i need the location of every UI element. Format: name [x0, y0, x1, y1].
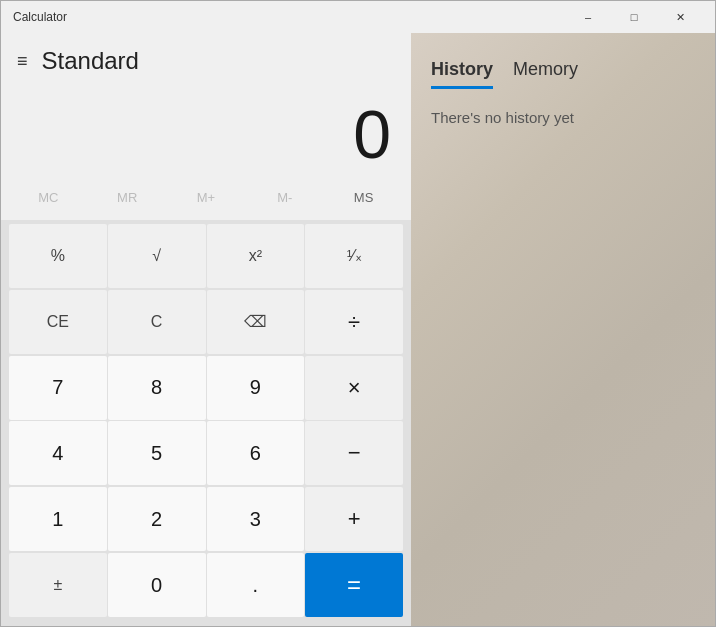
- window-title: Calculator: [13, 10, 565, 24]
- subtract-button[interactable]: −: [305, 421, 403, 485]
- memory-store-button[interactable]: MS: [324, 180, 403, 216]
- zero-button[interactable]: 0: [108, 553, 206, 617]
- memory-minus-button[interactable]: M-: [245, 180, 324, 216]
- backspace-button[interactable]: ⌫: [207, 290, 305, 354]
- add-button[interactable]: +: [305, 487, 403, 551]
- square-button[interactable]: x²: [207, 224, 305, 288]
- buttons-grid: % √ x² ¹∕ₓ CE C ⌫ ÷ 7 8 9 × 4 5 6 −: [1, 220, 411, 626]
- sqrt-button[interactable]: √: [108, 224, 206, 288]
- memory-clear-button[interactable]: MC: [9, 180, 88, 216]
- clear-button[interactable]: C: [108, 290, 206, 354]
- equals-button[interactable]: =: [305, 553, 403, 617]
- tab-history[interactable]: History: [431, 59, 493, 89]
- no-history-text: There's no history yet: [431, 109, 574, 126]
- right-panel: History Memory There's no history yet: [411, 33, 715, 626]
- tab-memory[interactable]: Memory: [513, 59, 578, 89]
- two-button[interactable]: 2: [108, 487, 206, 551]
- five-button[interactable]: 5: [108, 421, 206, 485]
- calc-header: ≡ Standard: [1, 33, 411, 89]
- seven-button[interactable]: 7: [9, 356, 107, 420]
- close-button[interactable]: ✕: [657, 1, 703, 33]
- memory-recall-button[interactable]: MR: [88, 180, 167, 216]
- one-button[interactable]: 1: [9, 487, 107, 551]
- calculator-window: Calculator – □ ✕ ≡ Standard 0 MC MR M+ M…: [0, 0, 716, 627]
- three-button[interactable]: 3: [207, 487, 305, 551]
- display-area: 0: [1, 89, 411, 176]
- divide-button[interactable]: ÷: [305, 290, 403, 354]
- main-content: ≡ Standard 0 MC MR M+ M- MS % √ x² ¹∕ₓ: [1, 33, 715, 626]
- reciprocal-button[interactable]: ¹∕ₓ: [305, 224, 403, 288]
- hamburger-icon[interactable]: ≡: [17, 51, 28, 72]
- window-controls: – □ ✕: [565, 1, 703, 33]
- multiply-button[interactable]: ×: [305, 356, 403, 420]
- eight-button[interactable]: 8: [108, 356, 206, 420]
- decimal-button[interactable]: .: [207, 553, 305, 617]
- six-button[interactable]: 6: [207, 421, 305, 485]
- minimize-button[interactable]: –: [565, 1, 611, 33]
- display-value: 0: [21, 97, 391, 172]
- nine-button[interactable]: 9: [207, 356, 305, 420]
- history-content: There's no history yet: [411, 89, 715, 626]
- memory-plus-button[interactable]: M+: [167, 180, 246, 216]
- title-bar: Calculator – □ ✕: [1, 1, 715, 33]
- clear-entry-button[interactable]: CE: [9, 290, 107, 354]
- maximize-button[interactable]: □: [611, 1, 657, 33]
- percent-button[interactable]: %: [9, 224, 107, 288]
- negate-button[interactable]: ±: [9, 553, 107, 617]
- four-button[interactable]: 4: [9, 421, 107, 485]
- calculator-panel: ≡ Standard 0 MC MR M+ M- MS % √ x² ¹∕ₓ: [1, 33, 411, 626]
- calc-mode-title: Standard: [42, 47, 139, 75]
- memory-row: MC MR M+ M- MS: [1, 176, 411, 220]
- tabs-row: History Memory: [411, 33, 715, 89]
